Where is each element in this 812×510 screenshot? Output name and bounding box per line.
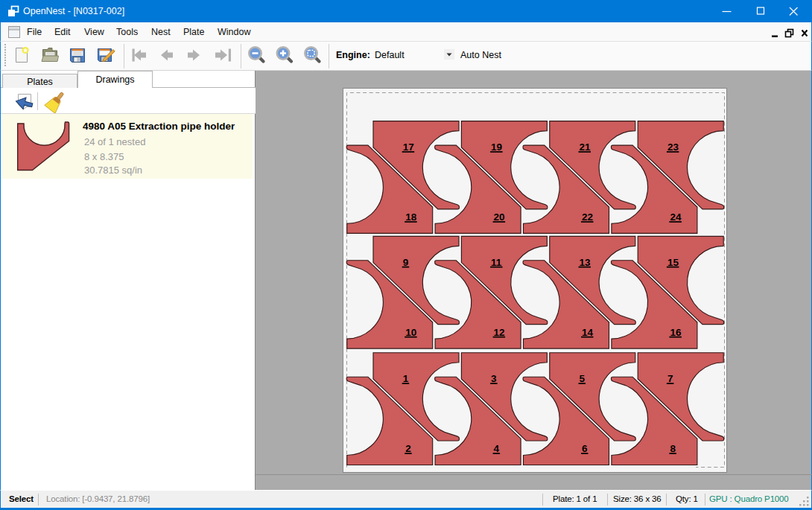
svg-text:9: 9: [403, 257, 409, 268]
svg-text:15: 15: [667, 257, 679, 268]
svg-text:17: 17: [403, 141, 414, 153]
svg-text:8: 8: [670, 443, 676, 454]
svg-text:4: 4: [494, 443, 500, 454]
svg-text:22: 22: [582, 211, 593, 223]
svg-text:16: 16: [670, 327, 682, 338]
svg-text:10: 10: [405, 327, 416, 338]
svg-text:13: 13: [580, 257, 591, 268]
svg-text:18: 18: [405, 211, 417, 223]
svg-text:20: 20: [494, 211, 505, 223]
svg-text:5: 5: [580, 373, 586, 384]
svg-text:21: 21: [580, 141, 591, 153]
svg-text:3: 3: [491, 373, 497, 384]
svg-text:11: 11: [491, 257, 502, 268]
svg-text:6: 6: [582, 443, 588, 454]
svg-text:12: 12: [494, 327, 505, 338]
svg-text:2: 2: [405, 443, 411, 454]
svg-text:7: 7: [667, 373, 673, 384]
svg-text:23: 23: [667, 141, 679, 153]
svg-text:14: 14: [582, 327, 594, 338]
svg-text:19: 19: [491, 141, 502, 153]
svg-text:24: 24: [670, 211, 682, 223]
svg-text:1: 1: [403, 373, 409, 384]
